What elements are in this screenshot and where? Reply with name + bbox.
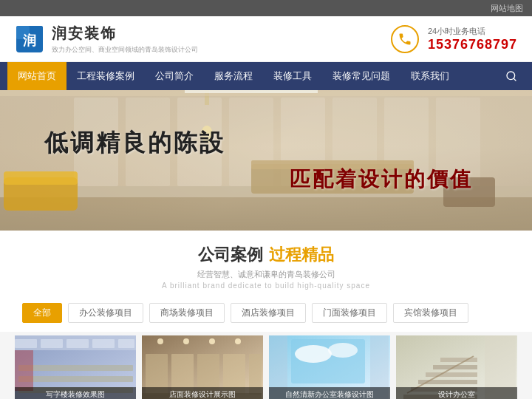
logo-area: 润 润安装饰 致力办公空间、商业空间领域的青岛装饰设计公司 [15,24,391,55]
contact-label: 24小时业务电话 [428,26,517,37]
search-icon[interactable] [498,70,525,82]
gallery-grid: 写字楼装修效果图 店面装修设计展示图 [0,332,532,399]
logo-icon: 润 [15,24,44,54]
phone-icon [391,25,419,53]
section-title-sub: 过程精品 [269,244,334,266]
svg-rect-30 [41,339,63,348]
svg-rect-57 [426,372,477,377]
svg-rect-27 [18,376,133,382]
svg-point-49 [328,343,358,358]
filter-tabs: 全部 办公装修项目 商场装修项目 酒店装修项目 门面装修项目 宾馆装修项目 [0,297,532,332]
gallery-item-1[interactable]: 店面装修设计展示图 [142,335,263,399]
header: 润 润安装饰 致力办公空间、商业空间领域的青岛装饰设计公司 24小时业务电话 1… [0,16,532,62]
svg-point-43 [209,338,215,344]
nav-item-service[interactable]: 服务流程 [204,62,263,90]
section-title: 公司案例 过程精品 [0,244,532,266]
gallery-item-0[interactable]: 写字楼装修效果图 [15,335,136,399]
section-title-area: 公司案例 过程精品 经营智慧、诚意和谦卑的青岛装修公司 A brilliant … [0,231,532,297]
filter-guesthouse[interactable]: 宾馆装修项目 [393,303,468,323]
svg-point-41 [157,338,163,344]
hero-text: 低调精良的陈設 匹配着设计的價值 [0,105,532,216]
section-desc-en: A brilliant brand dedicate to build high… [0,282,532,290]
contact-info: 24小时业务电话 15376768797 [428,26,517,52]
svg-rect-32 [92,339,115,348]
nav-item-cases[interactable]: 工程装修案例 [66,62,145,90]
logo-subtitle: 致力办公空间、商业空间领域的青岛装饰设计公司 [52,45,198,55]
contact-number: 15376768797 [428,37,517,52]
filter-all[interactable]: 全部 [22,303,62,323]
nav-item-tools[interactable]: 装修工具 [263,62,322,90]
gallery-label-2: 自然清新办公室装修设计图 [269,387,390,399]
svg-rect-31 [66,339,89,348]
filter-hotel[interactable]: 酒店装修项目 [231,303,306,323]
svg-point-42 [183,338,189,344]
filter-facade[interactable]: 门面装修项目 [312,303,387,323]
hero-text-line1: 低调精良的陈設 [44,127,225,160]
nav-item-contact[interactable]: 联系我们 [400,62,460,90]
svg-rect-29 [15,339,37,348]
logo-text-area: 润安装饰 致力办公空间、商业空间领域的青岛装饰设计公司 [52,24,198,55]
filter-mall[interactable]: 商场装修项目 [149,303,225,323]
svg-text:润: 润 [23,33,36,48]
svg-rect-59 [440,358,477,362]
section-desc-cn: 经营智慧、诚意和谦卑的青岛装修公司 [0,269,532,280]
svg-point-48 [295,345,332,363]
gallery-label-1: 店面装修设计展示图 [142,387,263,399]
hero-text-line2: 匹配着设计的價值 [290,166,473,194]
gallery-item-3[interactable]: 设计办公室 [396,335,517,399]
section-title-main: 公司案例 [198,244,263,266]
gallery-item-2[interactable]: 自然清新办公室装修设计图 [269,335,390,399]
svg-rect-33 [118,339,134,348]
svg-point-44 [235,338,241,344]
top-bar: 网站地图 [0,0,532,16]
gallery-label-3: 设计办公室 [396,387,517,399]
svg-rect-26 [18,365,133,371]
nav-item-faq[interactable]: 装修常见问题 [322,62,400,90]
svg-rect-23 [185,90,318,93]
filter-office[interactable]: 办公装修项目 [68,303,143,323]
hero-banner: 低调精良的陈設 匹配着设计的價值 [0,90,532,231]
header-contact: 24小时业务电话 15376768797 [391,25,517,53]
logo-name: 润安装饰 [52,24,198,44]
gallery-label-0: 写字楼装修效果图 [15,387,136,399]
svg-rect-34 [15,350,33,391]
nav-item-about[interactable]: 公司简介 [145,62,204,90]
main-nav: 网站首页 工程装修案例 公司简介 服务流程 装修工具 装修常见问题 联系我们 [0,62,532,90]
nav-item-home[interactable]: 网站首页 [7,62,66,90]
sitemap-link[interactable]: 网站地图 [491,3,523,14]
